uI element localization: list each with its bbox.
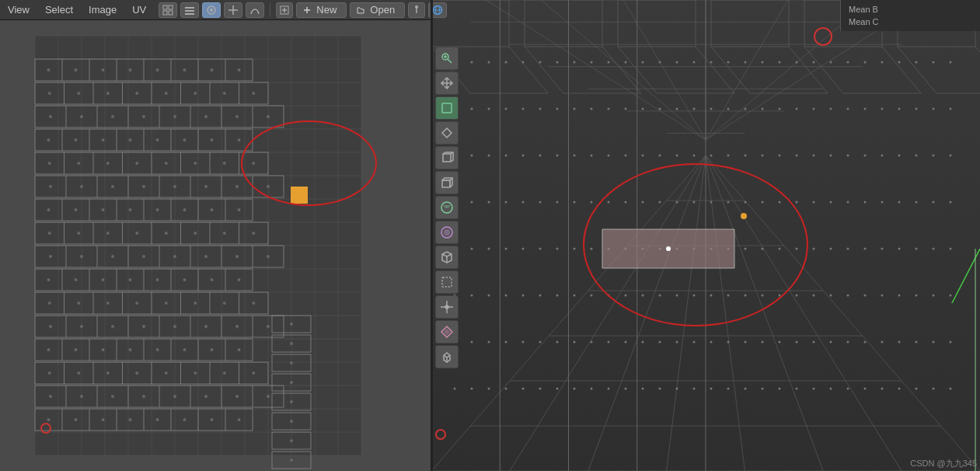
panel-divider — [431, 0, 433, 471]
menu-uv[interactable]: UV — [129, 2, 149, 17]
side-zoom-btn[interactable] — [435, 47, 459, 70]
side-material-btn[interactable] — [435, 196, 459, 219]
side-pan-btn[interactable] — [435, 72, 459, 95]
svg-rect-2 — [163, 11, 167, 15]
overlay-mean-c[interactable]: Mean C — [846, 16, 975, 28]
svg-rect-6 — [185, 13, 194, 15]
svg-point-8 — [210, 9, 213, 12]
toolbar-view-btn[interactable] — [159, 2, 177, 18]
svg-rect-4 — [185, 7, 194, 9]
side-cube-outline[interactable] — [435, 270, 459, 294]
menu-image[interactable]: Image — [85, 2, 120, 17]
new-label: New — [313, 2, 340, 17]
toolbar-active-btn[interactable] — [202, 2, 221, 18]
crosshair-3d — [435, 429, 446, 440]
nav-gizmo — [814, 27, 832, 46]
menu-view[interactable]: View — [5, 2, 33, 17]
side-cube-3d[interactable] — [435, 171, 459, 194]
new-button[interactable]: New — [296, 2, 347, 18]
side-cube-side[interactable] — [435, 146, 459, 169]
uv-canvas[interactable] — [0, 20, 431, 471]
side-cube-top[interactable] — [435, 121, 459, 145]
side-cube-front[interactable] — [435, 96, 459, 120]
svg-point-35 — [445, 305, 448, 309]
toolbar-image-new[interactable] — [276, 2, 293, 18]
svg-rect-1 — [169, 5, 173, 9]
menu-toolbar-icons: New Open — [159, 2, 447, 18]
svg-rect-25 — [442, 103, 452, 113]
toolbar-pin-btn[interactable] — [408, 2, 425, 18]
toolbar-view2-btn[interactable] — [180, 2, 199, 18]
viewport-3d[interactable]: Mean B Mean C — [431, 0, 980, 471]
overlay-panel: Mean B Mean C — [840, 0, 980, 31]
bottom-status: CSDN @九九345 — [910, 458, 977, 469]
open-button[interactable]: Open — [350, 2, 405, 18]
overlay-mean-b[interactable]: Mean B — [846, 3, 975, 16]
side-diamond-btn[interactable] — [435, 320, 459, 344]
svg-rect-0 — [163, 5, 167, 9]
crosshair-uv — [40, 423, 51, 434]
uv-editor-menubar: View Select Image UV New Open — [0, 0, 431, 20]
svg-line-22 — [448, 59, 452, 63]
svg-rect-3 — [169, 11, 173, 15]
side-solidify-btn[interactable] — [435, 246, 459, 269]
svg-point-32 — [444, 229, 450, 236]
svg-point-17 — [415, 5, 418, 9]
toolbar-curve-btn[interactable] — [246, 2, 264, 18]
svg-rect-34 — [442, 277, 452, 287]
viewport-canvas — [431, 0, 980, 471]
uv-editor-panel — [0, 20, 431, 471]
side-toolbar — [433, 47, 461, 420]
svg-rect-5 — [185, 10, 194, 12]
toolbar-snap-btn[interactable] — [224, 2, 242, 18]
side-cube-small[interactable] — [435, 345, 459, 368]
open-label: Open — [367, 2, 398, 17]
svg-rect-26 — [442, 180, 450, 187]
side-move-btn[interactable] — [435, 295, 459, 319]
status-text: CSDN @九九345 — [910, 459, 977, 468]
menu-select[interactable]: Select — [42, 2, 76, 17]
svg-marker-41 — [444, 329, 450, 335]
side-shader-btn[interactable] — [435, 221, 459, 244]
